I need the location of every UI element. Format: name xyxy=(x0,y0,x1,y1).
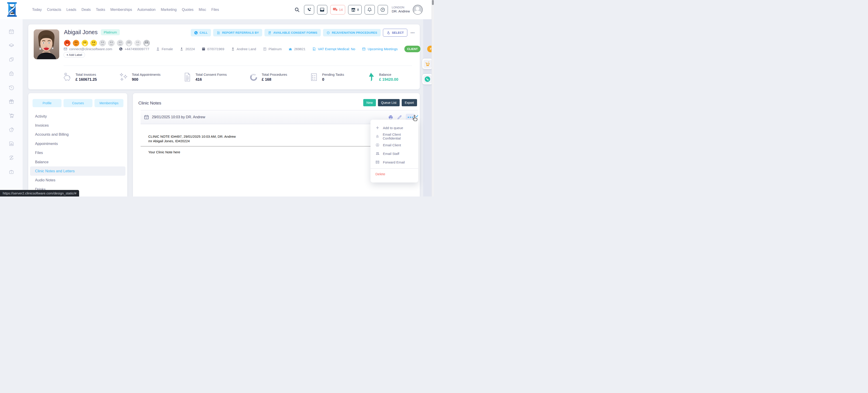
rail-price-tag-icon[interactable]: $ xyxy=(8,127,14,132)
calendar-filled-icon xyxy=(202,47,206,51)
patient-photo[interactable] xyxy=(34,29,59,59)
tab-courses[interactable]: Courses xyxy=(64,99,92,107)
rail-duplicates-icon[interactable] xyxy=(8,57,14,62)
tab-profile[interactable]: Profile xyxy=(33,99,61,107)
clinic-software-app: Today Contacts Leads Deals Tasks Members… xyxy=(0,0,434,196)
rail-calendar-icon[interactable]: 12 xyxy=(8,29,14,34)
stat-total-consent-forms: Total Consent Forms416 xyxy=(182,72,227,82)
rail-bag-icon[interactable] xyxy=(8,71,14,77)
add-label-button[interactable]: + Add Label xyxy=(64,52,85,58)
menu-delete[interactable]: Delete xyxy=(370,169,418,179)
nav-item-deals[interactable]: Deals xyxy=(81,8,91,12)
rail-reports-icon[interactable] xyxy=(8,141,14,147)
panel-item-activity[interactable]: Activity xyxy=(30,112,125,121)
phone-teal-icon xyxy=(425,76,430,82)
panel-item-accounts-billing[interactable]: Accounts and Billing xyxy=(30,130,125,139)
page-scrollbar[interactable] xyxy=(432,0,434,196)
client-id-item: 20224 xyxy=(180,47,195,51)
panel-item-files[interactable]: Files xyxy=(30,148,125,157)
nav-item-today[interactable]: Today xyxy=(32,8,42,12)
note-body-text: Your Clinic Note here xyxy=(148,150,180,154)
user-avatar[interactable] xyxy=(413,5,423,15)
upcoming-meetings-link[interactable]: 12 Upcoming Meetings xyxy=(362,47,398,51)
email-item[interactable]: connect@clinicsoftware.com xyxy=(64,47,112,51)
svg-text:?: ? xyxy=(382,8,383,11)
piggy-bank-icon xyxy=(62,72,72,82)
nav-item-leads[interactable]: Leads xyxy=(66,8,76,12)
nav-item-tasks[interactable]: Tasks xyxy=(96,8,105,12)
help-button[interactable]: ? xyxy=(378,5,388,14)
rail-security-icon[interactable] xyxy=(8,169,14,175)
consent-doc-icon xyxy=(182,72,193,82)
panel-item-balance[interactable]: Balance xyxy=(30,157,125,167)
rail-gift-icon[interactable] xyxy=(8,99,14,104)
call-button[interactable]: CALL xyxy=(191,29,211,36)
panel-item-audio-notes[interactable]: Audio Notes xyxy=(30,176,125,185)
scrollbar-thumb[interactable] xyxy=(432,0,434,5)
chat-bubbles-icon xyxy=(333,7,338,12)
rejuvenation-icon xyxy=(327,31,330,35)
more-actions-button[interactable]: ••• xyxy=(410,31,415,35)
store-button[interactable]: 8 xyxy=(348,5,362,14)
loyalty-item: 269821 xyxy=(288,47,305,51)
balance-up-arrow-icon xyxy=(366,72,376,82)
floating-cart-button[interactable] xyxy=(422,59,433,69)
svg-text:12: 12 xyxy=(146,117,147,119)
chat-button[interactable]: 14 xyxy=(330,5,345,14)
rail-cart-icon[interactable] xyxy=(8,113,14,119)
lock-icon xyxy=(375,134,379,139)
tab-memberships[interactable]: Memberships xyxy=(94,99,123,107)
report-referrals-button[interactable]: REPORT REFERRALS BY xyxy=(213,29,262,36)
rail-client-sync-icon[interactable] xyxy=(8,155,14,160)
people-icon xyxy=(375,151,379,156)
clinicsoftware-logo-icon[interactable] xyxy=(7,2,17,17)
consent-forms-button[interactable]: AVAILABLE CONSENT FORMS xyxy=(265,29,321,36)
menu-email-client[interactable]: Email Client xyxy=(370,141,418,149)
new-note-button[interactable]: New xyxy=(363,99,376,106)
nav-item-memberships[interactable]: Memberships xyxy=(110,8,132,12)
notifications-button[interactable] xyxy=(365,5,375,14)
panel-item-clinic-notes[interactable]: Clinic Notes and Letters xyxy=(30,167,125,176)
stat-total-procedures: Total Procedures£ 168 xyxy=(248,72,287,82)
user-block[interactable]: LONDON DR. Andrew xyxy=(392,6,410,13)
panel-item-appointments[interactable]: Appointments xyxy=(30,139,125,148)
menu-email-staff[interactable]: Email Staff xyxy=(370,149,418,158)
nav-item-contacts[interactable]: Contacts xyxy=(47,8,61,12)
rail-history-icon[interactable] xyxy=(8,85,14,90)
panel-item-invoices[interactable]: Invoices xyxy=(30,121,125,130)
nav-item-automation[interactable]: Automation xyxy=(137,8,156,12)
queue-list-button[interactable]: Queue List xyxy=(378,99,400,106)
edit-pencil-icon[interactable] xyxy=(397,115,402,120)
person-outline-icon xyxy=(156,47,160,51)
menu-forward-email[interactable]: Forward Email xyxy=(370,158,418,167)
nav-item-misc[interactable]: Misc xyxy=(199,8,206,12)
phone-item[interactable]: +447490009777 xyxy=(119,47,149,51)
store-icon xyxy=(351,7,356,12)
location-label: LONDON xyxy=(392,6,410,9)
floating-phone-button[interactable] xyxy=(422,74,433,84)
inbox-button[interactable] xyxy=(317,5,327,14)
note-line-1: CLINIC NOTE ID#497, 29/01/2025 10:03 AM,… xyxy=(148,134,236,139)
svg-text:12: 12 xyxy=(10,31,12,33)
chat-count-badge: 14 xyxy=(339,8,343,11)
note-calendar-icon: 12 xyxy=(144,114,149,120)
pointer-icon xyxy=(386,31,390,35)
vat-exempt-link[interactable]: VAT Exempt Medical: No xyxy=(312,47,355,51)
menu-add-to-queue[interactable]: Add to queue xyxy=(370,123,418,132)
panel-tabs: Profile Courses Memberships xyxy=(33,99,123,107)
person-circle-icon xyxy=(375,143,379,147)
nav-item-quotes[interactable]: Quotes xyxy=(182,8,193,12)
membership-card-item: Platinum xyxy=(263,47,282,51)
meetings-calendar-icon: 12 xyxy=(362,47,366,51)
nav-item-files[interactable]: Files xyxy=(211,8,219,12)
export-button[interactable]: Export xyxy=(402,99,417,106)
call-label: CALL xyxy=(199,31,208,34)
print-icon[interactable] xyxy=(388,115,393,120)
search-icon[interactable] xyxy=(294,7,300,12)
rejuvenation-button[interactable]: REJUVENATION PROCEDURES xyxy=(323,29,381,36)
rail-products-icon[interactable] xyxy=(8,43,14,49)
dialer-button[interactable] xyxy=(304,5,314,14)
select-button[interactable]: SELECT xyxy=(383,29,407,37)
nav-item-marketing[interactable]: Marketing xyxy=(161,8,177,12)
menu-email-client-confidential[interactable]: Email Client Confidential xyxy=(370,132,418,141)
